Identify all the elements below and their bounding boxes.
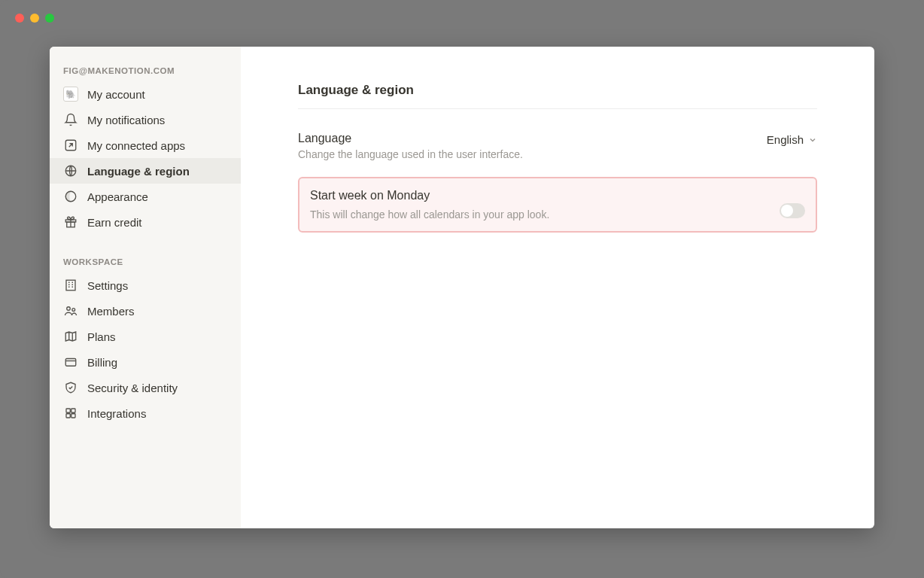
sidebar-item-plans[interactable]: Plans xyxy=(50,324,241,349)
sidebar-item-label: Billing xyxy=(87,356,117,369)
start-week-desc: This will change how all calendars in yo… xyxy=(310,208,549,221)
svg-rect-11 xyxy=(66,414,70,418)
language-select-value: English xyxy=(767,133,804,146)
sidebar-item-my-account[interactable]: 🐘 My account xyxy=(50,81,241,107)
svg-rect-10 xyxy=(71,409,75,412)
sidebar-item-label: Integrations xyxy=(87,407,146,420)
grid-icon xyxy=(63,406,78,421)
people-icon xyxy=(63,303,78,318)
globe-icon xyxy=(63,163,78,178)
sidebar-item-label: Language & region xyxy=(87,165,190,178)
start-week-title: Start week on Monday xyxy=(310,189,549,202)
svg-rect-8 xyxy=(65,359,76,367)
sidebar-item-label: My connected apps xyxy=(87,139,185,152)
account-section-header: FIG@MAKENOTION.COM xyxy=(50,57,241,81)
sidebar-item-security[interactable]: Security & identity xyxy=(50,375,241,400)
svg-point-7 xyxy=(72,309,75,312)
sidebar-item-label: Earn credit xyxy=(87,216,142,229)
page-title: Language & region xyxy=(298,83,817,109)
sidebar-item-label: Security & identity xyxy=(87,382,178,394)
bell-icon xyxy=(63,112,78,127)
sidebar-item-label: My account xyxy=(87,88,145,101)
building-icon xyxy=(63,278,78,293)
sidebar-item-label: My notifications xyxy=(87,114,165,126)
svg-rect-9 xyxy=(66,409,70,412)
moon-icon xyxy=(63,189,78,204)
svg-rect-12 xyxy=(71,414,75,418)
shield-icon xyxy=(63,380,78,395)
sidebar-item-label: Members xyxy=(87,305,135,318)
sidebar-item-label: Plans xyxy=(87,330,116,343)
avatar-icon: 🐘 xyxy=(63,87,78,102)
language-row-desc: Change the language used in the user int… xyxy=(298,148,523,160)
start-week-toggle[interactable] xyxy=(780,203,805,218)
language-row: Language Change the language used in the… xyxy=(298,127,817,177)
start-week-text: Start week on Monday This will change ho… xyxy=(310,189,549,221)
start-week-row: Start week on Monday This will change ho… xyxy=(298,177,817,233)
toggle-knob xyxy=(781,205,793,217)
svg-point-6 xyxy=(67,307,71,311)
sidebar-item-appearance[interactable]: Appearance xyxy=(50,184,241,209)
window-close-button[interactable] xyxy=(15,14,24,23)
chevron-down-icon xyxy=(808,135,817,144)
svg-rect-5 xyxy=(66,280,75,291)
sidebar-item-integrations[interactable]: Integrations xyxy=(50,400,241,426)
credit-card-icon xyxy=(63,354,78,370)
language-row-title: Language xyxy=(298,132,523,145)
window-traffic-lights xyxy=(15,14,54,23)
gift-icon xyxy=(63,214,78,230)
settings-modal: FIG@MAKENOTION.COM 🐘 My account My notif… xyxy=(50,47,874,528)
arrow-up-right-square-icon xyxy=(63,138,78,153)
settings-sidebar: FIG@MAKENOTION.COM 🐘 My account My notif… xyxy=(50,47,241,528)
app-window: FIG@MAKENOTION.COM 🐘 My account My notif… xyxy=(0,0,924,578)
map-icon xyxy=(63,329,78,344)
sidebar-item-connected-apps[interactable]: My connected apps xyxy=(50,132,241,158)
language-row-text: Language Change the language used in the… xyxy=(298,132,523,160)
sidebar-item-notifications[interactable]: My notifications xyxy=(50,107,241,132)
sidebar-item-settings[interactable]: Settings xyxy=(50,272,241,298)
sidebar-item-earn-credit[interactable]: Earn credit xyxy=(50,209,241,235)
settings-content: Language & region Language Change the la… xyxy=(241,47,874,528)
workspace-section-header: WORKSPACE xyxy=(50,248,241,272)
sidebar-item-label: Settings xyxy=(87,279,128,292)
sidebar-item-members[interactable]: Members xyxy=(50,298,241,324)
sidebar-item-billing[interactable]: Billing xyxy=(50,349,241,375)
window-minimize-button[interactable] xyxy=(30,14,39,23)
language-select[interactable]: English xyxy=(767,132,817,146)
window-zoom-button[interactable] xyxy=(45,14,54,23)
sidebar-item-language-region[interactable]: Language & region xyxy=(50,158,241,184)
sidebar-item-label: Appearance xyxy=(87,190,148,203)
